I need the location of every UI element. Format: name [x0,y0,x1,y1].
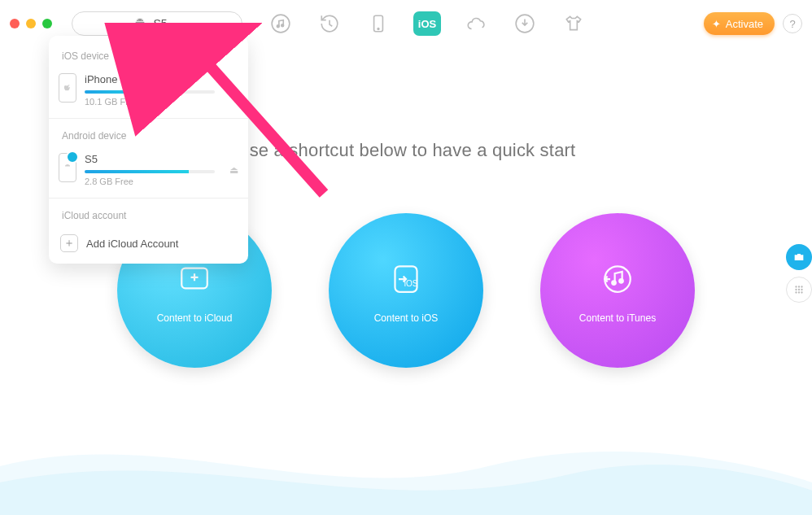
device-dropdown-panel: iOS device iPhone (Сергей) 10.1 GB Free … [49,36,248,264]
right-controls: ✦ Activate ? [704,12,802,35]
svg-point-0 [272,15,290,33]
music-icon[interactable] [267,10,295,37]
svg-text:iOS: iOS [404,279,418,288]
download-icon[interactable] [511,10,539,37]
svg-point-1 [277,25,279,28]
iphone-icon [59,73,76,103]
briefcase-icon[interactable] [786,244,812,270]
history-icon[interactable] [316,10,343,37]
storage-free: 2.8 GB Free [85,177,221,186]
svg-point-10 [612,281,616,285]
svg-point-13 [798,286,800,287]
shortcut-content-to-itunes[interactable]: Content to iTunes [540,213,695,368]
cloud-icon[interactable] [462,10,490,37]
activate-button[interactable]: ✦ Activate [704,12,775,35]
activate-label: Activate [726,18,763,30]
svg-point-20 [801,291,802,293]
dropdown-section-android: Android device [49,124,248,146]
svg-point-15 [795,289,797,290]
shortcut-label: Content to iOS [374,312,439,324]
grid-icon[interactable] [786,277,812,303]
device-row-android[interactable]: S5 2.8 GB Free ⏏ [49,146,248,193]
tshirt-icon[interactable] [560,10,587,37]
wave-decoration [0,417,812,515]
phone-icon[interactable] [365,10,392,37]
android-icon [133,16,146,32]
storage-bar [85,90,215,94]
dropdown-section-icloud: iCloud account [49,203,248,226]
dropdown-section-ios: iOS device [49,44,248,67]
add-icloud-account[interactable]: ＋ Add iCloud Account [49,226,248,260]
storage-free: 10.1 GB Free [85,97,221,107]
divider [49,198,248,199]
svg-point-18 [795,291,797,293]
svg-point-16 [798,289,800,290]
device-selector-label: S5 [153,17,167,30]
minimize-window-button[interactable] [26,19,36,28]
device-selector-dropdown[interactable]: S5 ⌄ [72,11,242,36]
divider [49,118,248,119]
svg-point-12 [795,286,797,287]
device-body: iPhone (Сергей) 10.1 GB Free [85,73,221,107]
maximize-window-button[interactable] [42,19,52,28]
shortcut-label: Content to iCloud [157,312,233,324]
storage-bar [85,170,215,173]
plus-icon: ＋ [60,234,78,252]
device-name: iPhone (Сергей) [85,73,221,85]
window-controls [10,19,52,28]
sparkle-icon: ✦ [712,18,721,30]
side-float-buttons [786,244,812,303]
close-window-button[interactable] [10,19,20,28]
svg-point-19 [798,291,800,293]
shortcut-label: Content to iTunes [579,312,656,324]
svg-point-11 [619,279,623,283]
svg-point-4 [378,28,379,30]
svg-point-17 [801,289,802,290]
android-phone-icon [59,153,76,182]
add-icloud-label: Add iCloud Account [86,238,178,250]
help-button[interactable]: ? [783,14,802,33]
toolbar: iOS [267,10,587,37]
device-row-ios[interactable]: iPhone (Сергей) 10.1 GB Free ⏏ [49,67,248,113]
chevron-down-icon: ⌄ [174,20,181,28]
eject-icon[interactable]: ⏏ [229,85,238,96]
svg-point-2 [282,24,284,27]
eject-icon[interactable]: ⏏ [229,164,238,176]
device-name: S5 [85,153,221,165]
svg-point-14 [801,286,802,287]
shortcut-content-to-ios[interactable]: iOS Content to iOS [329,213,483,368]
ios-badge-icon[interactable]: iOS [413,11,441,36]
device-body: S5 2.8 GB Free [85,153,221,186]
